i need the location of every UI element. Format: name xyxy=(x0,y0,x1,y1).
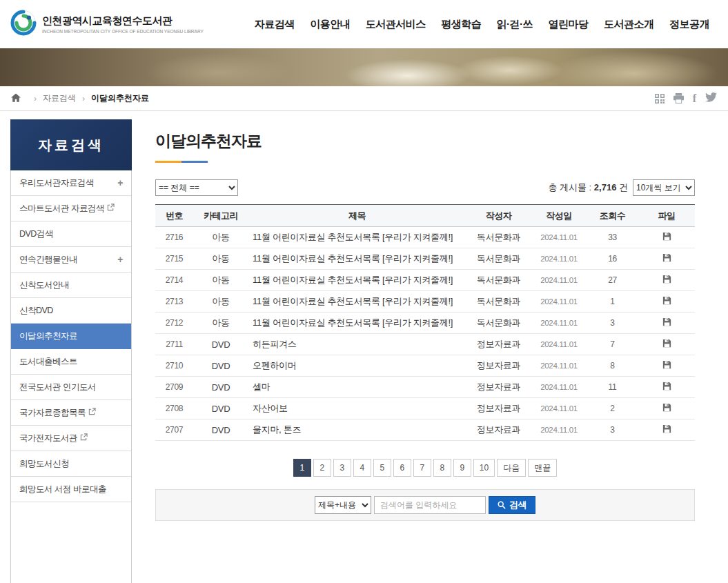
site-header: 인천광역시교육청연수도서관 INCHEON METROPOLITAN CITY … xyxy=(0,0,728,48)
file-download-button[interactable] xyxy=(662,424,672,434)
post-title-link[interactable]: 11월 어린이자료실 추천도서목록 [우리가 지켜줄께!] xyxy=(248,227,466,248)
pagination-page[interactable]: 9 xyxy=(453,459,471,477)
nav-item-library-services[interactable]: 도서관서비스 xyxy=(364,14,427,35)
cell-author: 정보자료과 xyxy=(466,377,531,398)
content: 자료검색 우리도서관자료검색 + 스마트도서관 자료검색 DVD검색 xyxy=(0,111,728,583)
file-download-button[interactable] xyxy=(662,253,672,263)
qr-code-button[interactable] xyxy=(655,94,665,103)
pagination-page[interactable]: 5 xyxy=(373,459,391,477)
nav-item-usage-guide[interactable]: 이용안내 xyxy=(308,14,351,35)
total-posts: 총 게시물 : 2,716 건 10개씩 보기 xyxy=(548,179,695,196)
logo-subtitle: INCHEON METROPOLITAN CITY OFFICE OF EDUC… xyxy=(42,29,204,34)
cell-views: 27 xyxy=(587,270,638,291)
search-button-label: 검색 xyxy=(509,499,527,511)
search-icon xyxy=(498,501,506,509)
search-button[interactable]: 검색 xyxy=(489,496,535,514)
cell-views: 33 xyxy=(587,227,638,248)
file-download-button[interactable] xyxy=(662,359,672,370)
sidebar-item-book-request[interactable]: 희망도서신청 xyxy=(11,451,131,477)
sidebar-item-monthly-recommended[interactable]: 이달의추천자료 xyxy=(11,324,131,349)
file-download-button[interactable] xyxy=(662,317,672,327)
nav-item-about-library[interactable]: 도서관소개 xyxy=(602,14,656,35)
sidebar-item-label: 전국도서관 인기도서 xyxy=(19,382,96,393)
nav-item-search-materials[interactable]: 자료검색 xyxy=(253,14,296,35)
global-nav: 자료검색 이용안내 도서관서비스 평생학습 읽·걷·쓰 열린마당 도서관소개 정… xyxy=(253,14,718,35)
nav-item-information-disclosure[interactable]: 정보공개 xyxy=(668,14,711,35)
file-download-button[interactable] xyxy=(662,381,672,391)
pagination-page[interactable]: 6 xyxy=(393,459,411,477)
sidebar-item-serials-guide[interactable]: 연속간행물안내 + xyxy=(11,247,131,273)
file-download-button[interactable] xyxy=(662,338,672,348)
floppy-disk-icon xyxy=(662,274,672,284)
sidebar-item-bookstore-direct-loan[interactable]: 희망도서 서점 바로대출 xyxy=(11,477,131,502)
sidebar-item-smart-library-search[interactable]: 스마트도서관 자료검색 xyxy=(11,196,131,221)
sidebar-item-our-library-search[interactable]: 우리도서관자료검색 + xyxy=(11,170,131,196)
logo-title: 인천광역시교육청연수도서관 xyxy=(42,14,204,28)
sidebar-item-new-books[interactable]: 신착도서안내 xyxy=(11,273,131,298)
pagination-page[interactable]: 10 xyxy=(473,459,495,477)
search-field-select[interactable]: 제목+내용 xyxy=(315,496,371,514)
search-input[interactable] xyxy=(374,496,486,514)
print-button[interactable] xyxy=(673,93,684,103)
site-logo[interactable]: 인천광역시교육청연수도서관 INCHEON METROPOLITAN CITY … xyxy=(10,10,204,39)
page-title: 이달의추천자료 xyxy=(155,130,695,152)
post-title-link[interactable]: 히든피겨스 xyxy=(248,334,466,355)
post-title-link[interactable]: 11월 어린이자료실 추천도서목록 [우리가 지켜줄께!] xyxy=(248,313,466,334)
post-title-link[interactable]: 11월 어린이자료실 추천도서목록 [우리가 지켜줄께!] xyxy=(248,248,466,270)
breadcrumb-home-button[interactable] xyxy=(11,92,21,105)
sidebar-item-national-popular-books[interactable]: 전국도서관 인기도서 xyxy=(11,375,131,400)
sidebar-item-label: 희망도서신청 xyxy=(19,458,69,470)
cell-date: 2024.11.01 xyxy=(531,419,587,441)
pagination-page[interactable]: 8 xyxy=(433,459,451,477)
cell-author: 정보자료과 xyxy=(466,334,531,355)
column-header-views: 조회수 xyxy=(587,205,638,227)
floppy-disk-icon xyxy=(662,231,672,241)
column-header-date: 작성일 xyxy=(531,205,587,227)
twitter-share-button[interactable] xyxy=(705,92,717,105)
board-table: 번호 카테고리 제목 작성자 작성일 조회수 파일 2716 아동 11월 어린… xyxy=(155,204,695,441)
cell-category: 아동 xyxy=(193,248,248,270)
post-title-link[interactable]: 오펜하이머 xyxy=(248,355,466,377)
pagination-page[interactable]: 4 xyxy=(353,459,371,477)
category-filter-select[interactable]: == 전체 == xyxy=(155,179,238,196)
pagination-page[interactable]: 3 xyxy=(333,459,351,477)
post-title-link[interactable]: 셀마 xyxy=(248,377,466,398)
post-title-link[interactable]: 11월 어린이자료실 추천도서목록 [우리가 지켜줄께!] xyxy=(248,291,466,313)
cell-author: 독서문화과 xyxy=(466,291,531,313)
nav-item-read-walk-write[interactable]: 읽·걷·쓰 xyxy=(495,14,535,35)
sidebar-item-dvd-search[interactable]: DVD검색 xyxy=(11,221,131,247)
file-download-button[interactable] xyxy=(662,231,672,241)
breadcrumb-separator-icon: › xyxy=(82,94,85,103)
file-download-button[interactable] xyxy=(662,274,672,284)
nav-item-lifelong-learning[interactable]: 평생학습 xyxy=(440,14,482,35)
pagination-page-current[interactable]: 1 xyxy=(293,459,311,477)
facebook-share-button[interactable]: f xyxy=(693,93,696,104)
sidebar-item-new-dvd[interactable]: 신착DVD xyxy=(11,298,131,324)
title-underline xyxy=(155,161,208,163)
pagination-page[interactable]: 7 xyxy=(413,459,431,477)
page-utility-icons: f xyxy=(655,92,717,105)
page-size-select[interactable]: 10개씩 보기 xyxy=(633,179,695,196)
nav-item-open-forum[interactable]: 열린마당 xyxy=(547,14,590,35)
plus-icon: + xyxy=(117,254,123,265)
external-link-icon xyxy=(80,433,88,443)
sidebar-item-national-e-library[interactable]: 국가전자도서관 xyxy=(11,426,131,451)
pagination-last-button[interactable]: 맨끝 xyxy=(528,459,557,477)
pagination-next-button[interactable]: 다음 xyxy=(497,459,526,477)
post-title-link[interactable]: 11월 어린이자료실 추천도서목록 [우리가 지켜줄께!] xyxy=(248,270,466,291)
post-title-link[interactable]: 울지마, 톤즈 xyxy=(248,419,466,441)
cell-number: 2714 xyxy=(155,270,193,291)
post-title-link[interactable]: 자산어보 xyxy=(248,398,466,419)
sidebar-item-loan-best[interactable]: 도서대출베스트 xyxy=(11,349,131,375)
page: 인천광역시교육청연수도서관 INCHEON METROPOLITAN CITY … xyxy=(0,0,728,583)
sidebar-item-national-union-catalog[interactable]: 국가자료종합목록 xyxy=(11,400,131,426)
cell-date: 2024.11.01 xyxy=(531,227,587,248)
cell-author: 독서문화과 xyxy=(466,313,531,334)
table-row: 2708 DVD 자산어보 정보자료과 2024.11.01 2 xyxy=(155,398,695,419)
breadcrumb-item-search[interactable]: 자료검색 xyxy=(43,92,76,104)
pagination-page[interactable]: 2 xyxy=(313,459,331,477)
file-download-button[interactable] xyxy=(662,402,672,413)
sidebar-item-label: 신착DVD xyxy=(19,305,53,317)
table-row: 2710 DVD 오펜하이머 정보자료과 2024.11.01 8 xyxy=(155,355,695,377)
file-download-button[interactable] xyxy=(662,295,672,306)
